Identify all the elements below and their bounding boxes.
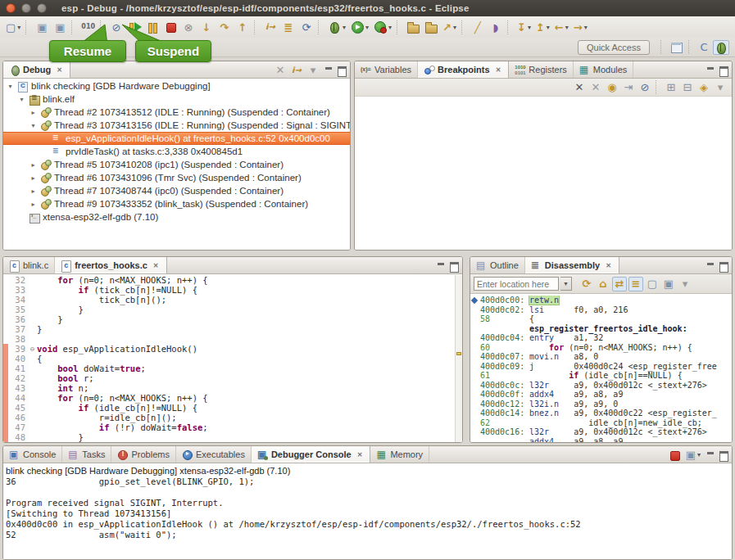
view-menu-button[interactable]: ▾ xyxy=(713,80,728,95)
minimize-view-button[interactable] xyxy=(323,65,334,76)
close-tab-icon[interactable]: ✕ xyxy=(152,261,161,270)
close-tab-icon[interactable]: ✕ xyxy=(55,65,64,75)
close-tab-icon[interactable]: ✕ xyxy=(494,65,503,75)
refresh-view-button[interactable]: ⟳ xyxy=(579,277,594,291)
suspend-button[interactable] xyxy=(144,19,161,35)
fold-collapse-icon[interactable]: ⊖ xyxy=(28,344,37,354)
display-selected-console-button[interactable]: ▣▾ xyxy=(684,448,702,463)
tab-variables[interactable]: Variables xyxy=(355,61,418,78)
tab-problems[interactable]: Problems xyxy=(111,446,175,463)
remove-all-terminated-button[interactable]: ✕ xyxy=(273,63,288,78)
overview-ruler[interactable] xyxy=(455,275,462,442)
coverage-button[interactable]: ▾ xyxy=(372,19,393,35)
tab-debugger-console[interactable]: Debugger Console✕ xyxy=(252,446,371,463)
debug-tree-item[interactable]: ▸Thread #2 1073413512 (IDLE : Running) (… xyxy=(3,106,350,119)
window-close-button[interactable] xyxy=(6,3,16,13)
collapsed-expander-icon[interactable]: ▸ xyxy=(29,161,37,169)
collapse-all-button[interactable]: ⊟ xyxy=(680,80,695,95)
maximize-view-button[interactable] xyxy=(336,65,347,76)
group-by-button[interactable]: ◈ xyxy=(696,80,711,95)
annotation-marker[interactable] xyxy=(456,352,461,355)
back-history-button[interactable]: ←▾ xyxy=(553,19,570,35)
skip-all-breakpoints-button[interactable]: ⊘ xyxy=(108,19,125,35)
debug-tree-item[interactable]: esp_vApplicationIdleHook() at freertos_h… xyxy=(3,132,350,145)
minimize-view-button[interactable] xyxy=(705,449,716,461)
build-binary-button[interactable]: 010 xyxy=(79,19,97,35)
debug-tree-item[interactable]: ▾blink.elf xyxy=(3,93,350,106)
view-menu-button[interactable]: ▾ xyxy=(306,63,320,78)
tab-registers[interactable]: Registers xyxy=(509,61,573,78)
window-minimize-button[interactable] xyxy=(21,3,31,13)
view-menu-button[interactable]: ▾ xyxy=(678,277,692,291)
open-perspective-button[interactable] xyxy=(669,40,685,55)
instruction-stepping-button[interactable]: i→ xyxy=(262,19,279,35)
show-breakpoints-for-button[interactable]: ◉ xyxy=(605,80,619,95)
toggle-mark-button[interactable]: ◗ xyxy=(488,19,504,35)
tab-breakpoints[interactable]: Breakpoints✕ xyxy=(418,61,509,78)
show-source-button[interactable]: ≡ xyxy=(628,277,643,291)
open-new-view-button[interactable]: ▢ xyxy=(645,277,660,291)
close-tab-icon[interactable]: ✕ xyxy=(356,450,365,459)
debug-tree-item[interactable]: ▸Thread #5 1073410208 (ipc1) (Suspended … xyxy=(3,158,350,171)
next-annotation-button[interactable]: ↥▾ xyxy=(534,19,551,35)
step-into-button[interactable]: ↓ xyxy=(198,19,215,35)
sync-with-stack-frame-button[interactable]: ⇄ xyxy=(612,277,627,291)
collapsed-expander-icon[interactable]: ▸ xyxy=(29,109,37,116)
debug-tree[interactable]: ▾blink checking [GDB Hardware Debugging]… xyxy=(3,79,350,250)
maximize-view-button[interactable] xyxy=(448,260,460,272)
run-button[interactable]: ▾ xyxy=(349,19,370,35)
restart-button[interactable]: ⟳ xyxy=(298,19,315,35)
expanded-expander-icon[interactable]: ▾ xyxy=(18,96,25,103)
minimize-view-button[interactable] xyxy=(435,260,447,272)
remove-all-breakpoints-button[interactable]: ✕ xyxy=(588,80,603,95)
location-dropdown-button[interactable]: ▼ xyxy=(560,277,572,291)
remove-selected-breakpoints-button[interactable]: ✕ xyxy=(572,80,587,95)
debug-tree-item[interactable]: ▸Thread #7 1073408744 (ipc0) (Suspended … xyxy=(3,184,350,197)
step-over-button[interactable]: ↷ xyxy=(216,19,233,35)
tab-tasks[interactable]: Tasks xyxy=(62,446,111,463)
debug-button[interactable]: ▾ xyxy=(326,19,347,35)
open-resource-button[interactable] xyxy=(423,19,439,35)
tab-executables[interactable]: Executables xyxy=(176,446,252,463)
close-tab-icon[interactable]: ✕ xyxy=(604,261,613,270)
tab-blink-c[interactable]: blink.c xyxy=(3,257,55,273)
expand-all-button[interactable]: ⊞ xyxy=(664,80,678,95)
save-all-button[interactable]: ▣ xyxy=(52,19,68,35)
minimize-view-button[interactable] xyxy=(705,260,716,272)
tab-outline[interactable]: Outline xyxy=(470,257,525,273)
instruction-stepping-mode-button[interactable]: i→ xyxy=(289,63,304,78)
collapsed-expander-icon[interactable]: ▸ xyxy=(29,201,37,208)
save-button[interactable]: ▣ xyxy=(34,19,50,35)
debug-tree-item[interactable]: ▾blink checking [GDB Hardware Debugging] xyxy=(3,79,350,93)
terminate-console-button[interactable] xyxy=(666,448,683,463)
last-edit-location-button[interactable]: ↧▾ xyxy=(515,19,533,35)
terminate-button[interactable] xyxy=(162,19,179,35)
skip-all-breakpoints-view-button[interactable]: ⊘ xyxy=(637,80,652,95)
debug-perspective-button[interactable] xyxy=(713,40,729,55)
cpp-perspective-button[interactable]: C xyxy=(696,40,711,55)
tab-disassembly[interactable]: Disassembly✕ xyxy=(525,257,619,273)
resume-button[interactable] xyxy=(126,19,143,35)
console-output[interactable]: blink checking [GDB Hardware Debugging] … xyxy=(3,464,732,559)
expanded-expander-icon[interactable]: ▾ xyxy=(7,83,14,90)
debug-tree-item[interactable]: ▸Thread #6 1073431096 (Tmr Svc) (Suspend… xyxy=(3,171,350,184)
tab-debug[interactable]: Debug✕ xyxy=(3,61,70,78)
debug-tree-item[interactable]: prvIdleTask() at tasks.c:3,338 0x400845d… xyxy=(3,145,350,158)
new-wizard-button[interactable]: ▢▾ xyxy=(4,19,22,35)
collapsed-expander-icon[interactable]: ▸ xyxy=(29,174,37,182)
launch-button[interactable]: ↗▾ xyxy=(441,19,458,35)
quick-access-button[interactable]: Quick Access xyxy=(578,40,650,55)
open-project-button[interactable] xyxy=(405,19,421,35)
window-maximize-button[interactable] xyxy=(37,3,47,13)
go-home-button[interactable]: ⌂ xyxy=(596,277,610,291)
debug-tree-item[interactable]: ▸Thread #9 1073433352 (blink_task) (Susp… xyxy=(3,197,350,210)
collapsed-expander-icon[interactable]: ▸ xyxy=(29,187,37,195)
link-with-debug-view-button[interactable]: ⇥ xyxy=(621,80,636,95)
expanded-expander-icon[interactable]: ▾ xyxy=(29,122,37,129)
disassembly-view[interactable]: 400d0c00:retw.n400d0c02:lsi f0, a0, 2165… xyxy=(470,296,732,442)
code-editor[interactable]: 32 for (n=0; n<MAX_HOOKS; n++) {33 if (t… xyxy=(3,275,462,442)
minimize-view-button[interactable] xyxy=(705,65,716,76)
tab-modules[interactable]: Modules xyxy=(574,61,634,78)
disconnect-button[interactable]: ⊗ xyxy=(180,19,197,35)
forward-history-button[interactable]: →▾ xyxy=(572,19,589,35)
